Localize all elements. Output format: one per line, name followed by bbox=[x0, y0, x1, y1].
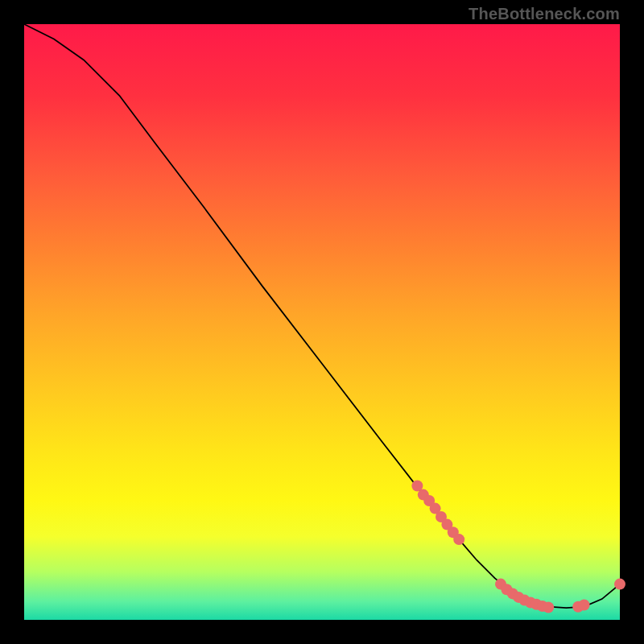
plot-area bbox=[24, 24, 620, 620]
attribution-text: TheBottleneck.com bbox=[469, 5, 620, 23]
curve-marker bbox=[579, 600, 590, 611]
curve-layer bbox=[24, 24, 620, 620]
curve-marker bbox=[543, 602, 554, 613]
chart-frame: TheBottleneck.com bbox=[0, 0, 644, 644]
curve-marker bbox=[453, 534, 464, 545]
curve-markers bbox=[411, 481, 625, 613]
bottleneck-curve bbox=[24, 24, 620, 608]
curve-marker bbox=[614, 579, 625, 590]
